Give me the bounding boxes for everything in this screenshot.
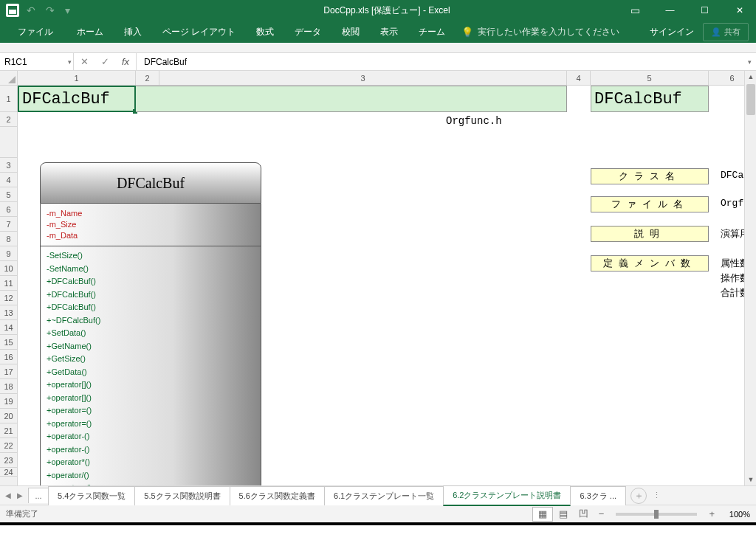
add-sheet-button[interactable]: ＋ — [630, 488, 647, 504]
ribbon-tab-insert[interactable]: 挿入 — [114, 21, 152, 43]
zoom-slider[interactable] — [616, 513, 697, 516]
row-header[interactable]: 24 — [0, 468, 17, 477]
select-all-corner[interactable] — [0, 71, 17, 86]
sheet-tab-menu-icon[interactable]: ⋮ — [647, 491, 667, 500]
zoom-slider-handle[interactable] — [654, 510, 659, 519]
column-header[interactable]: 5 — [591, 71, 709, 85]
ribbon-tab-team[interactable]: チーム — [408, 21, 456, 43]
undo-button[interactable]: ↶ — [24, 4, 38, 16]
row-header[interactable]: 23 — [0, 453, 17, 468]
sheet-tab[interactable]: 5.4クラス関数一覧 — [48, 486, 135, 505]
close-button[interactable]: ✕ — [723, 0, 756, 21]
sheet-tab-overflow-left[interactable]: ... — [28, 488, 49, 503]
row-header[interactable]: 18 — [0, 379, 17, 394]
tab-nav-next-icon[interactable]: ▶ — [15, 491, 25, 499]
sheet-tab[interactable]: 6.1クラステンプレート一覧 — [324, 486, 444, 505]
column-header[interactable]: 2 — [136, 71, 159, 85]
row-header[interactable]: 8 — [0, 232, 17, 246]
sheet-tab[interactable]: 6.3クラ ... — [570, 486, 626, 505]
row-header[interactable]: 12 — [0, 291, 17, 305]
accept-formula-button[interactable]: ✓ — [94, 56, 115, 67]
row-header[interactable]: 6 — [0, 202, 17, 217]
tab-nav-prev-icon[interactable]: ◀ — [3, 491, 13, 499]
ribbon-tabs: ファイル ホーム 挿入 ページ レイアウト 数式 データ 校閲 表示 チーム 💡… — [0, 21, 756, 43]
status-bar: 準備完了 ▦ ▤ 凹 − + 100% — [0, 505, 756, 522]
uml-attr: -m_Size — [47, 219, 255, 230]
row-header[interactable]: 22 — [0, 438, 17, 453]
name-box[interactable]: R1C1 ▾ — [0, 53, 74, 70]
save-icon[interactable] — [6, 4, 19, 17]
row-header[interactable]: 9 — [0, 246, 17, 261]
maximize-button[interactable]: ☐ — [688, 0, 721, 21]
row-header[interactable]: 11 — [0, 276, 17, 291]
row-header[interactable]: 19 — [0, 394, 17, 409]
active-cell[interactable]: DFCalcBuf — [18, 86, 136, 112]
cell-e1[interactable]: DFCalcBuf — [591, 86, 709, 112]
scroll-thumb[interactable] — [746, 84, 755, 115]
ribbon-tab-view[interactable]: 表示 — [370, 21, 408, 43]
ribbon-tab-file[interactable]: ファイル — [4, 21, 66, 43]
zoom-percent[interactable]: 100% — [719, 510, 750, 519]
row-header[interactable]: 1 — [0, 86, 17, 112]
label-member-count[interactable]: 定義メンバ数 — [591, 255, 709, 272]
view-pagebreak-button[interactable]: 凹 — [574, 507, 594, 522]
ribbon-tab-formulas[interactable]: 数式 — [246, 21, 284, 43]
grid-main[interactable]: 1 2 3 4 5 6 DFCalcBuf DFCalcBuf Orgfunc.… — [18, 71, 756, 485]
row-header[interactable]: 7 — [0, 217, 17, 232]
row-header[interactable]: 14 — [0, 320, 17, 335]
uml-op: +operator[]() — [47, 378, 255, 392]
tell-me[interactable]: 💡 実行したい作業を入力してください — [461, 26, 619, 38]
expand-formula-icon[interactable]: ▾ — [748, 58, 752, 66]
title-bar: ↶ ↷ ▾ DocCpp.xls [保護ビュー] - Excel ▭ — ☐ ✕ — [0, 0, 756, 21]
row-header[interactable]: 20 — [0, 409, 17, 423]
row-header[interactable]: 5 — [0, 187, 17, 202]
row-header-blank[interactable] — [0, 127, 17, 158]
chevron-down-icon[interactable]: ▾ — [68, 58, 72, 66]
sheet-tab-strip: ◀ ▶ ... 5.4クラス関数一覧 5.5クラス関数説明書 5.6クラス関数定… — [0, 485, 756, 505]
column-header[interactable]: 3 — [159, 71, 567, 85]
ribbon-tab-pagelayout[interactable]: ページ レイアウト — [152, 21, 246, 43]
zoom-in-button[interactable]: + — [704, 508, 719, 519]
scroll-down-icon[interactable]: ▼ — [745, 474, 756, 485]
share-button[interactable]: 共有 — [703, 23, 749, 41]
row-header[interactable]: 21 — [0, 423, 17, 438]
uml-op: +operator=() — [47, 404, 255, 418]
label-class-name[interactable]: クラス名 — [591, 168, 709, 184]
label-file-name[interactable]: ファイル名 — [591, 196, 709, 212]
zoom-out-button[interactable]: − — [594, 508, 609, 519]
merged-cell-bc1[interactable] — [136, 86, 567, 112]
ribbon-options-button[interactable]: ▭ — [619, 0, 652, 21]
ribbon-tab-data[interactable]: データ — [284, 21, 331, 43]
uml-class-diagram[interactable]: DFCalcBuf -m_Name -m_Size -m_Data -SetSi… — [40, 162, 261, 485]
qat-customize-icon[interactable]: ▾ — [62, 4, 73, 16]
formula-buttons: ✕ ✓ fx — [74, 53, 137, 70]
cells-area[interactable]: DFCalcBuf DFCalcBuf Orgfunc.h クラス名 DFCal… — [18, 86, 756, 485]
formula-input[interactable]: DFCalcBuf ▾ — [137, 53, 756, 70]
redo-button[interactable]: ↷ — [43, 4, 58, 16]
row-header[interactable]: 13 — [0, 305, 17, 320]
row-header[interactable]: 3 — [0, 158, 17, 173]
row-header[interactable]: 17 — [0, 364, 17, 379]
ribbon-tab-home[interactable]: ホーム — [66, 21, 114, 43]
sheet-tab[interactable]: 5.5クラス関数説明書 — [134, 486, 230, 505]
minimize-button[interactable]: — — [653, 0, 687, 21]
uml-title: DFCalcBuf — [40, 162, 261, 204]
row-header[interactable]: 15 — [0, 335, 17, 350]
row-header[interactable]: 4 — [0, 173, 17, 187]
vertical-scrollbar[interactable]: ▲ ▼ — [744, 71, 756, 485]
view-pagelayout-button[interactable]: ▤ — [553, 507, 574, 522]
view-normal-button[interactable]: ▦ — [532, 507, 553, 522]
cancel-formula-button[interactable]: ✕ — [74, 56, 94, 67]
sheet-tab-active[interactable]: 6.2クラステンプレート説明書 — [443, 485, 571, 506]
row-header[interactable]: 10 — [0, 261, 17, 276]
insert-function-button[interactable]: fx — [115, 56, 136, 67]
ribbon-tab-review[interactable]: 校閲 — [331, 21, 370, 43]
scroll-up-icon[interactable]: ▲ — [745, 71, 756, 83]
sheet-tab[interactable]: 5.6クラス関数定義書 — [230, 486, 325, 505]
column-header[interactable]: 4 — [567, 71, 591, 85]
row-header[interactable]: 16 — [0, 350, 17, 364]
signin-link[interactable]: サインイン — [641, 26, 703, 38]
row-header[interactable]: 2 — [0, 112, 17, 127]
column-header[interactable]: 1 — [18, 71, 136, 85]
label-description[interactable]: 説明 — [591, 226, 709, 242]
